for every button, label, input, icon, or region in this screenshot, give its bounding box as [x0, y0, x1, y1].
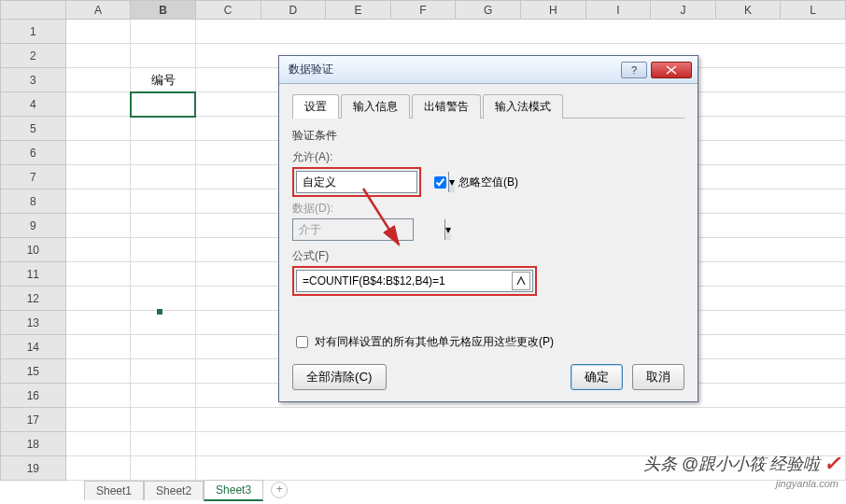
cell[interactable]: [65, 311, 131, 335]
col-H[interactable]: H: [520, 1, 585, 20]
row-5[interactable]: 5: [1, 117, 66, 141]
col-G[interactable]: G: [456, 1, 521, 20]
cell[interactable]: [65, 335, 131, 359]
row-13[interactable]: 13: [1, 311, 66, 335]
col-L[interactable]: L: [781, 1, 846, 20]
col-C[interactable]: C: [195, 1, 261, 20]
cell[interactable]: [131, 432, 196, 456]
cell[interactable]: [65, 262, 131, 287]
cell[interactable]: [65, 117, 131, 141]
apply-others-checkbox[interactable]: [296, 336, 308, 348]
row-11[interactable]: 11: [1, 262, 66, 287]
clear-all-button[interactable]: 全部清除(C): [292, 364, 387, 390]
close-button[interactable]: [651, 62, 692, 78]
check-icon: ✓: [824, 452, 840, 476]
cell[interactable]: [65, 141, 131, 165]
help-button[interactable]: ?: [621, 62, 647, 78]
tab-sheet2[interactable]: Sheet2: [144, 481, 204, 500]
cell[interactable]: [131, 359, 196, 384]
col-D[interactable]: D: [261, 1, 326, 20]
cell[interactable]: [65, 359, 131, 384]
cell-B12[interactable]: [131, 287, 196, 311]
data-label: 数据(D):: [292, 201, 684, 217]
row-6[interactable]: 6: [1, 141, 66, 165]
row-9[interactable]: 9: [1, 214, 66, 238]
row-17[interactable]: 17: [1, 408, 66, 432]
dialog-titlebar[interactable]: 数据验证 ?: [279, 56, 698, 84]
col-E[interactable]: E: [326, 1, 391, 20]
cell[interactable]: [65, 384, 131, 408]
col-F[interactable]: F: [390, 1, 456, 20]
cell[interactable]: [131, 384, 196, 408]
cell[interactable]: [65, 287, 131, 311]
row-14[interactable]: 14: [1, 335, 66, 359]
col-J[interactable]: J: [651, 1, 716, 20]
col-I[interactable]: I: [585, 1, 651, 20]
cell-B6[interactable]: [131, 141, 196, 165]
row-7[interactable]: 7: [1, 165, 66, 189]
cell-B10[interactable]: [131, 238, 196, 262]
chevron-down-icon: ▾: [444, 219, 451, 240]
cell[interactable]: [65, 238, 131, 262]
watermark-text: 头条 @跟小小筱: [643, 453, 766, 475]
cell[interactable]: [65, 165, 131, 189]
row-15[interactable]: 15: [1, 359, 66, 384]
col-K[interactable]: K: [715, 1, 781, 20]
tab-sheet1[interactable]: Sheet1: [84, 481, 144, 500]
data-validation-dialog: 数据验证 ? 设置 输入信息 出错警告 输入法模式 验证条件 允许(A): ▾ …: [278, 55, 698, 402]
row-4[interactable]: 4: [1, 92, 66, 117]
cell[interactable]: [65, 20, 131, 44]
cell-B4[interactable]: [131, 92, 196, 117]
cell-B7[interactable]: [131, 165, 196, 189]
cell[interactable]: [131, 20, 196, 44]
cell[interactable]: [131, 335, 196, 359]
ignore-blank-checkbox[interactable]: [434, 176, 446, 189]
cell[interactable]: [65, 68, 131, 92]
tab-settings[interactable]: 设置: [292, 94, 339, 119]
col-A[interactable]: A: [65, 1, 131, 20]
row-19[interactable]: 19: [1, 456, 66, 481]
row-10[interactable]: 10: [1, 238, 66, 262]
fill-handle[interactable]: [157, 309, 162, 315]
ignore-blank-row[interactable]: 忽略空值(B): [430, 174, 518, 191]
cell[interactable]: [131, 311, 196, 335]
row-2[interactable]: 2: [1, 44, 66, 68]
cell-B5[interactable]: [131, 117, 196, 141]
cell[interactable]: [65, 408, 131, 432]
add-sheet-button[interactable]: +: [271, 482, 288, 498]
cell[interactable]: [65, 432, 131, 456]
apply-others-row[interactable]: 对有同样设置的所有其他单元格应用这些更改(P): [292, 333, 684, 351]
cell-B3[interactable]: 编号: [131, 68, 196, 92]
cancel-button[interactable]: 取消: [632, 364, 684, 390]
row-3[interactable]: 3: [1, 68, 66, 92]
cell[interactable]: [65, 189, 131, 214]
row-12[interactable]: 12: [1, 287, 66, 311]
cell[interactable]: [195, 20, 845, 44]
annotation-arrow-icon: [356, 183, 412, 258]
select-all-corner[interactable]: [1, 1, 66, 20]
range-selector-button[interactable]: [512, 272, 530, 290]
cell[interactable]: [131, 44, 196, 68]
row-18[interactable]: 18: [1, 432, 66, 456]
col-B[interactable]: B: [131, 1, 196, 20]
cell-B11[interactable]: [131, 262, 196, 287]
cell[interactable]: [131, 408, 196, 432]
cell[interactable]: [195, 408, 845, 432]
cell[interactable]: [65, 44, 131, 68]
cell[interactable]: [65, 92, 131, 117]
row-8[interactable]: 8: [1, 189, 66, 214]
cell[interactable]: [65, 456, 131, 481]
tab-sheet3[interactable]: Sheet3: [204, 480, 263, 501]
row-16[interactable]: 16: [1, 384, 66, 408]
tab-ime-mode[interactable]: 输入法模式: [483, 94, 563, 119]
formula-label: 公式(F): [292, 248, 684, 264]
tab-input-message[interactable]: 输入信息: [341, 94, 410, 119]
formula-input[interactable]: [297, 274, 512, 287]
cell-B8[interactable]: [131, 189, 196, 214]
row-1[interactable]: 1: [1, 20, 66, 44]
ok-button[interactable]: 确定: [571, 364, 623, 390]
cell[interactable]: [65, 214, 131, 238]
cell[interactable]: [131, 456, 196, 481]
tab-error-alert[interactable]: 出错警告: [412, 94, 481, 119]
cell-B9[interactable]: [131, 214, 196, 238]
